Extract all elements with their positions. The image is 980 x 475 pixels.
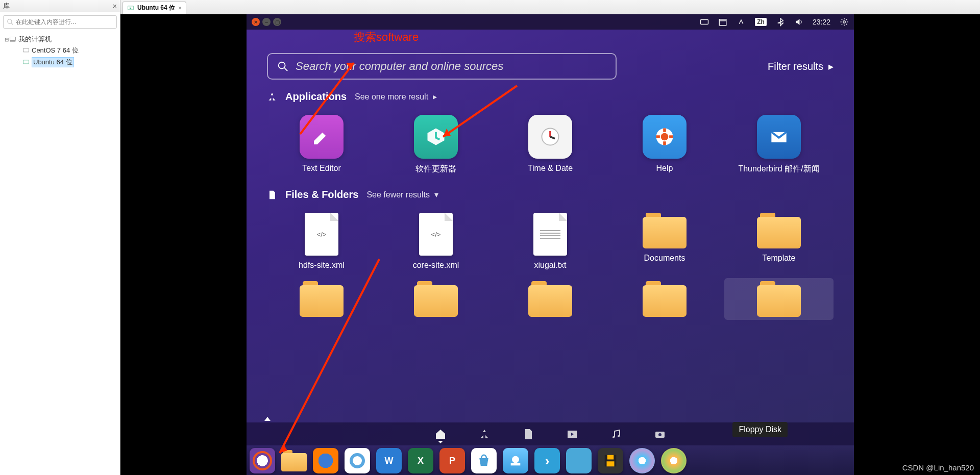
folder-documents[interactable]: Documents bbox=[610, 210, 719, 273]
collapse-icon[interactable]: ⊟ bbox=[4, 37, 9, 42]
folder-item-selected[interactable] bbox=[724, 278, 834, 320]
lens-photos-icon[interactable] bbox=[653, 428, 667, 441]
app-time-date[interactable]: Time & Date bbox=[496, 112, 605, 178]
chevron-right-icon: ▸ bbox=[828, 60, 834, 72]
app-help[interactable]: Help bbox=[610, 112, 719, 178]
file-hdfs-site[interactable]: </> hdfs-site.xml bbox=[267, 210, 376, 273]
folder-icon bbox=[528, 281, 572, 317]
network-icon[interactable] bbox=[737, 17, 746, 27]
filter-results-button[interactable]: Filter results ▸ bbox=[768, 60, 834, 72]
keyboard-icon[interactable] bbox=[700, 17, 709, 27]
tree-vm-centos[interactable]: CentOS 7 64 位 bbox=[4, 45, 116, 56]
lens-apps-icon[interactable] bbox=[478, 428, 491, 441]
dock-excel[interactable]: X bbox=[408, 448, 433, 473]
folder-item[interactable] bbox=[267, 278, 376, 320]
annotation-text: 搜索software bbox=[354, 30, 419, 45]
file-xiugai[interactable]: xiugai.txt bbox=[496, 210, 605, 273]
vm-tab-label: Ubuntu 64 位 bbox=[137, 4, 175, 12]
dock-cd[interactable] bbox=[629, 448, 655, 473]
svg-point-19 bbox=[661, 133, 669, 141]
dock-files[interactable] bbox=[281, 448, 307, 473]
dock-devtools[interactable]: › bbox=[534, 448, 560, 473]
search-icon bbox=[277, 61, 288, 72]
svg-point-11 bbox=[843, 21, 846, 23]
lens-home-icon[interactable] bbox=[434, 428, 447, 441]
vm-icon bbox=[22, 47, 30, 54]
dock-powerpoint[interactable]: P bbox=[439, 448, 465, 473]
folder-icon bbox=[757, 281, 801, 317]
close-icon[interactable]: × bbox=[113, 2, 117, 10]
dock-dvd[interactable] bbox=[661, 448, 687, 473]
vm-tree: ⊟ 我的计算机 CentOS 7 64 位 Ubuntu 64 位 bbox=[0, 32, 120, 70]
clock[interactable]: 23:22 bbox=[813, 18, 830, 26]
app-thunderbird[interactable]: Thunderbird 邮件/新闻 bbox=[724, 112, 834, 178]
lens-music-icon[interactable] bbox=[609, 428, 623, 441]
library-search-input[interactable] bbox=[16, 18, 113, 26]
text-file-icon bbox=[533, 213, 567, 256]
gear-icon[interactable] bbox=[840, 17, 849, 27]
vm-viewport: ✕ – ▢ Zh 23:22 搜索software bbox=[120, 14, 980, 475]
svg-point-24 bbox=[618, 435, 620, 437]
bluetooth-icon[interactable] bbox=[776, 17, 785, 27]
folder-icon bbox=[414, 281, 458, 317]
vmware-library-panel: 库 × ⊟ 我的计算机 CentOS 7 64 位 Ubuntu 64 位 bbox=[0, 0, 120, 475]
dock-software-center[interactable] bbox=[471, 448, 497, 473]
window-maximize-button[interactable]: ▢ bbox=[273, 18, 281, 26]
search-icon bbox=[7, 18, 14, 26]
app-software-updater[interactable]: 软件更新器 bbox=[381, 112, 491, 178]
code-file-icon: </> bbox=[305, 213, 338, 256]
applications-grid: Text Editor 软件更新器 Time & Date Help bbox=[267, 112, 834, 178]
tree-vm-label: CentOS 7 64 位 bbox=[32, 46, 79, 55]
dock-chromium[interactable] bbox=[345, 448, 370, 473]
vm-tab-ubuntu[interactable]: Ubuntu 64 位 × bbox=[122, 2, 186, 14]
see-more-link[interactable]: See one more result ▸ bbox=[355, 92, 437, 102]
lens-video-icon[interactable] bbox=[566, 428, 579, 441]
dock-dash-button[interactable] bbox=[250, 448, 275, 473]
vm-running-icon bbox=[127, 5, 134, 12]
dock-firefox[interactable] bbox=[313, 448, 338, 473]
folder-template[interactable]: Template bbox=[724, 210, 834, 273]
folder-icon bbox=[643, 213, 687, 248]
ime-indicator[interactable]: Zh bbox=[755, 18, 767, 26]
tooltip-floppy: Floppy Disk bbox=[732, 422, 788, 437]
vm-icon bbox=[22, 59, 30, 66]
computer-icon bbox=[9, 36, 16, 43]
calendar-icon[interactable] bbox=[718, 17, 727, 27]
ubuntu-desktop[interactable]: ✕ – ▢ Zh 23:22 搜索software bbox=[247, 14, 854, 475]
tree-vm-ubuntu[interactable]: Ubuntu 64 位 bbox=[4, 56, 116, 68]
volume-icon[interactable] bbox=[794, 17, 803, 27]
unity-dock: W X P › bbox=[247, 445, 854, 475]
folder-icon bbox=[757, 213, 801, 248]
dock-app-blue[interactable] bbox=[503, 448, 528, 473]
see-fewer-link[interactable]: See fewer results ▾ bbox=[366, 190, 438, 199]
folder-item[interactable] bbox=[496, 278, 605, 320]
app-text-editor[interactable]: Text Editor bbox=[267, 112, 376, 178]
lens-files-icon[interactable] bbox=[522, 428, 535, 441]
folder-item[interactable] bbox=[381, 278, 491, 320]
dock-floppy[interactable] bbox=[598, 448, 623, 473]
apps-icon bbox=[267, 92, 277, 102]
library-search[interactable] bbox=[3, 15, 117, 29]
file-core-site[interactable]: </> core-site.xml bbox=[381, 210, 491, 273]
watermark: CSDN @Lin_han520 bbox=[902, 463, 974, 472]
window-minimize-button[interactable]: – bbox=[262, 18, 271, 26]
library-title: 库 bbox=[3, 2, 10, 11]
dock-word[interactable]: W bbox=[376, 448, 402, 473]
dock-grid[interactable] bbox=[566, 448, 592, 473]
unity-dash: 搜索software Filter results ▸ Applications bbox=[247, 30, 854, 422]
svg-rect-4 bbox=[23, 48, 29, 52]
window-close-button[interactable]: ✕ bbox=[252, 18, 260, 26]
folder-item[interactable] bbox=[610, 278, 719, 320]
files-header: Files & Folders See fewer results ▾ bbox=[267, 189, 834, 201]
svg-line-13 bbox=[285, 68, 288, 71]
dash-search-input[interactable] bbox=[296, 60, 606, 73]
svg-rect-28 bbox=[511, 463, 521, 466]
tree-root[interactable]: ⊟ 我的计算机 bbox=[4, 34, 116, 45]
ubuntu-panel: ✕ – ▢ Zh 23:22 bbox=[247, 14, 854, 30]
close-icon[interactable]: × bbox=[178, 5, 182, 12]
svg-rect-30 bbox=[607, 455, 614, 460]
svg-rect-5 bbox=[23, 60, 29, 64]
svg-rect-31 bbox=[607, 461, 615, 466]
dash-search-box[interactable] bbox=[267, 53, 617, 80]
window-controls: ✕ – ▢ bbox=[252, 18, 281, 26]
